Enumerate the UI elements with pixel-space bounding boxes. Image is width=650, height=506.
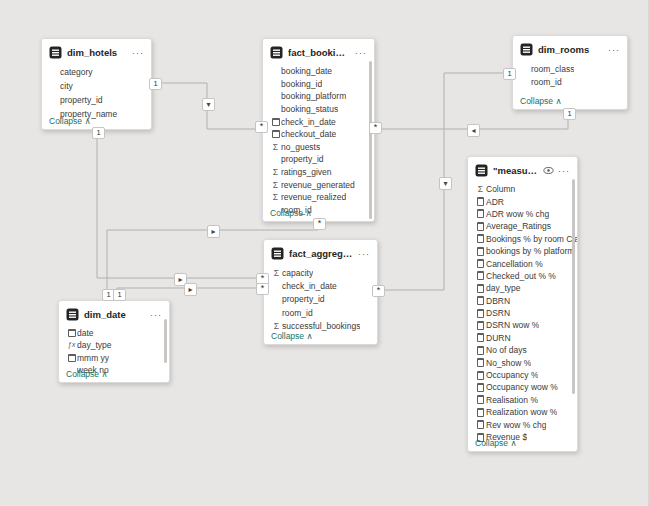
field-row-rev-wow-chg[interactable]: Rev wow % chg xyxy=(468,418,577,430)
field-row-room-class[interactable]: room_class xyxy=(513,62,627,75)
collapse-link[interactable]: Collapse ∧ xyxy=(520,96,562,106)
field-row-checkout-date[interactable]: checkout_date xyxy=(263,128,374,141)
table-card-fact-aggregated-bookings[interactable]: fact_aggregated_booki... ··· Σcapacitych… xyxy=(263,239,378,345)
table-card-header[interactable]: fact_bookings ··· xyxy=(263,39,374,61)
field-label: day_type xyxy=(486,283,521,293)
field-row-property-id[interactable]: property_id xyxy=(42,93,151,107)
sum-icon: Σ xyxy=(475,185,486,193)
table-title: fact_bookings xyxy=(288,47,350,58)
collapse-link[interactable]: Collapse ∧ xyxy=(475,438,517,448)
more-options-icon[interactable]: ··· xyxy=(150,312,162,318)
collapse-link[interactable]: Collapse ∧ xyxy=(66,369,108,379)
scrollbar[interactable] xyxy=(369,61,372,219)
filter-direction-arrow[interactable]: ▸ xyxy=(207,225,220,238)
field-row-checked-out-[interactable]: Checked_out % % xyxy=(468,270,577,282)
table-card-header[interactable]: dim_rooms ··· xyxy=(513,36,627,58)
field-row-property-id[interactable]: property_id xyxy=(263,153,374,166)
field-row-occupancy-[interactable]: Occupancy % xyxy=(468,369,577,381)
table-title: dim_date xyxy=(84,309,145,320)
field-row-realisation-[interactable]: Realisation % xyxy=(468,394,577,406)
cardinality-many: * xyxy=(372,285,385,297)
collapse-link[interactable]: Collapse ∧ xyxy=(271,331,313,341)
field-row-bookings-by-room-class[interactable]: Bookings % by room Class xyxy=(468,233,577,245)
table-title: dim_hotels xyxy=(67,47,127,58)
sum-icon: Σ xyxy=(270,168,281,176)
field-row-average-ratings[interactable]: Average_Ratings xyxy=(468,220,577,232)
field-row-dsrn[interactable]: DSRN xyxy=(468,307,577,319)
table-card-header[interactable]: dim_hotels ··· xyxy=(42,39,151,61)
field-row-occupancy-wow-[interactable]: Occupancy wow % xyxy=(468,381,577,393)
field-label: Occupancy wow % xyxy=(486,382,558,392)
field-list: booking_datebooking_idbooking_platformbo… xyxy=(263,65,374,216)
field-row-dbrn[interactable]: DBRN xyxy=(468,295,577,307)
field-row-cancellation-[interactable]: Cancellation % xyxy=(468,257,577,269)
collapse-caret-icon: ∧ xyxy=(510,438,516,448)
filter-direction-arrow[interactable]: ▾ xyxy=(439,177,452,190)
measure-icon xyxy=(475,420,486,429)
more-options-icon[interactable]: ··· xyxy=(358,251,370,257)
field-row-adr-wow-chg[interactable]: ADR wow % chg xyxy=(468,208,577,220)
table-card-header[interactable]: dim_date ··· xyxy=(59,301,169,323)
filter-direction-arrow[interactable]: ▸ xyxy=(184,283,197,296)
field-row-check-in-date[interactable]: check_in_date xyxy=(263,115,374,128)
filter-direction-arrow[interactable]: ▾ xyxy=(202,98,215,111)
field-row-room-id[interactable]: room_id xyxy=(264,306,377,319)
scrollbar[interactable] xyxy=(572,179,575,394)
field-row-check-in-date[interactable]: check_in_date xyxy=(264,279,377,292)
measure-icon xyxy=(475,222,486,231)
field-row-category[interactable]: category xyxy=(42,65,151,79)
collapse-link[interactable]: Collapse ∧ xyxy=(270,208,312,218)
field-row-day-type[interactable]: ƒxday_type xyxy=(59,339,169,351)
field-row-day-type[interactable]: day_type xyxy=(468,282,577,294)
field-row-property-id[interactable]: property_id xyxy=(264,293,377,306)
field-row-no-show-[interactable]: No_show % xyxy=(468,356,577,368)
table-card-header[interactable]: "measures" ··· xyxy=(468,157,577,179)
table-card-dim-rooms[interactable]: dim_rooms ··· room_classroom_id Collapse… xyxy=(512,35,628,110)
relationship-hotels-aggregated[interactable] xyxy=(97,130,263,278)
field-row-column[interactable]: ΣColumn xyxy=(468,183,577,195)
field-row-booking-platform[interactable]: booking_platform xyxy=(263,90,374,103)
collapse-link[interactable]: Collapse ∧ xyxy=(49,116,91,126)
filter-direction-arrow[interactable]: ◂ xyxy=(467,124,480,137)
field-label: revenue_generated xyxy=(281,180,355,190)
more-options-icon[interactable]: ··· xyxy=(558,168,570,174)
field-row-dsrn-wow-[interactable]: DSRN wow % xyxy=(468,319,577,331)
field-row-mmm-yy[interactable]: mmm yy xyxy=(59,352,169,364)
field-label: Bookings % by room Class xyxy=(486,234,577,244)
field-row-ratings-given[interactable]: Σratings_given xyxy=(263,166,374,179)
table-card-dim-date[interactable]: dim_date ··· dateƒxday_typemmm yyweek no… xyxy=(58,300,170,383)
hidden-eye-icon[interactable] xyxy=(543,166,554,175)
field-label: No_show % xyxy=(486,358,531,368)
cardinality-one: 1 xyxy=(92,127,105,139)
more-options-icon[interactable]: ··· xyxy=(132,50,144,56)
field-label: DBRN xyxy=(486,296,510,306)
field-row-date[interactable]: date xyxy=(59,327,169,339)
more-options-icon[interactable]: ··· xyxy=(608,47,620,53)
field-row-adr[interactable]: ADR xyxy=(468,195,577,207)
table-card-dim-hotels[interactable]: dim_hotels ··· categorycityproperty_idpr… xyxy=(41,38,152,130)
field-row-booking-id[interactable]: booking_id xyxy=(263,78,374,91)
field-label: booking_id xyxy=(281,79,322,89)
scrollbar[interactable] xyxy=(164,319,167,363)
field-row-city[interactable]: city xyxy=(42,79,151,93)
field-row-durn[interactable]: DURN xyxy=(468,332,577,344)
model-view-canvas[interactable]: ▾ ▸ ▸ ▸ ◂ ▾ 1 * 1 * 1 * 1 * 1 * 1 * dim_… xyxy=(0,0,650,506)
field-row-revenue-generated[interactable]: Σrevenue_generated xyxy=(263,178,374,191)
more-options-icon[interactable]: ··· xyxy=(355,50,367,56)
field-row-no-of-days[interactable]: No of days xyxy=(468,344,577,356)
field-row-capacity[interactable]: Σcapacity xyxy=(264,266,377,279)
field-row-booking-date[interactable]: booking_date xyxy=(263,65,374,78)
measure-icon xyxy=(475,408,486,417)
measure-icon xyxy=(475,296,486,305)
field-row-no-guests[interactable]: Σno_guests xyxy=(263,141,374,154)
field-row-booking-status[interactable]: booking_status xyxy=(263,103,374,116)
field-row-revenue-realized[interactable]: Σrevenue_realized xyxy=(263,191,374,204)
table-card-fact-bookings[interactable]: fact_bookings ··· booking_datebooking_id… xyxy=(262,38,375,222)
field-label: capacity xyxy=(282,268,313,278)
field-row-bookings-by-platform[interactable]: bookings by % platform xyxy=(468,245,577,257)
table-icon xyxy=(49,46,62,59)
table-card-header[interactable]: fact_aggregated_booki... ··· xyxy=(264,240,377,262)
field-row-room-id[interactable]: room_id xyxy=(513,75,627,88)
table-card-measures[interactable]: "measures" ··· ΣColumnADRADR wow % chgAv… xyxy=(467,156,578,452)
field-row-realization-wow-[interactable]: Realization wow % xyxy=(468,406,577,418)
